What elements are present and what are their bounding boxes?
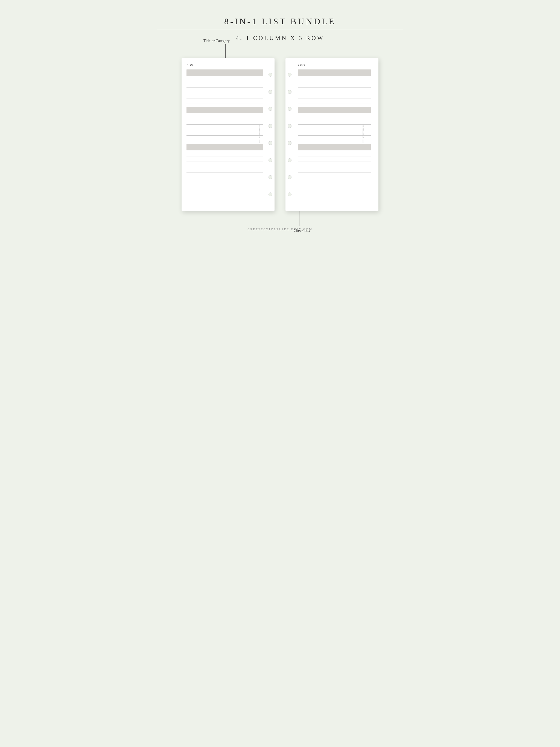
right-s1-line-3 (298, 87, 371, 93)
r-hole-8 (288, 192, 291, 196)
hole-5 (269, 141, 272, 145)
right-section-1-lines (298, 77, 371, 104)
left-section-3-lines (186, 151, 263, 178)
checkbox-col (298, 119, 304, 124)
right-s2-line-2 (298, 119, 371, 125)
right-s2-line-1 (298, 114, 371, 119)
left-s3-line-5 (186, 173, 263, 178)
right-planner-page: Lists. (285, 58, 378, 211)
right-section-2-header (298, 107, 371, 113)
checkbox-col (298, 156, 304, 162)
left-s2-line-2 (186, 119, 263, 125)
right-content-area: Lists. (290, 63, 375, 178)
hole-6 (269, 158, 272, 162)
checkbox-col (298, 130, 304, 135)
right-s3-line-3 (298, 162, 371, 168)
hole-7 (269, 175, 272, 179)
checkbox-col (298, 82, 304, 87)
left-content-area: Lists. (186, 63, 271, 178)
r-hole-5 (288, 141, 291, 145)
holes-right (269, 58, 272, 211)
checkbox-col (298, 98, 304, 104)
right-s3-line-4 (298, 168, 371, 173)
left-s2-line-3 (186, 125, 263, 130)
checkbox-col (298, 173, 304, 178)
right-s1-line-5 (298, 98, 371, 104)
left-s3-line-1 (186, 151, 263, 156)
hole-3 (269, 107, 272, 111)
left-page-wrapper: Title or Category Lists. (182, 58, 275, 211)
right-s1-line-2 (298, 82, 371, 87)
left-section-3 (186, 144, 263, 178)
left-section-2-lines (186, 114, 263, 141)
annotation-title-category: Title or Category (203, 39, 230, 43)
left-page-label: Lists. (186, 63, 263, 67)
r-hole-3 (288, 107, 291, 111)
main-title: 8-IN-1 LIST BUNDLE (224, 17, 336, 27)
r-hole-7 (288, 175, 291, 179)
right-s3-line-1 (298, 151, 371, 156)
checkbox-col (298, 93, 304, 98)
right-s2-line-5 (298, 136, 371, 141)
right-s1-line-1 (298, 77, 371, 82)
left-s1-line-4 (186, 93, 263, 98)
right-s2-line-3 (298, 125, 371, 130)
left-section-1-header (186, 70, 263, 76)
right-s2-line-4 (298, 130, 371, 136)
holes-left (288, 58, 291, 211)
checkbox-col (298, 77, 304, 82)
header-divider (157, 30, 403, 30)
left-watermark: CrEffectivePaper. (258, 126, 261, 144)
annotation-checkbox-label: Check box (294, 229, 310, 233)
right-section-2-lines (298, 114, 371, 141)
left-s3-line-4 (186, 168, 263, 173)
annotation-line-vertical (225, 44, 226, 58)
left-s1-line-2 (186, 82, 263, 87)
hole-2 (269, 90, 272, 94)
previews-container: Title or Category Lists. (157, 58, 403, 211)
hole-8 (269, 192, 272, 196)
left-section-2-header (186, 107, 263, 113)
right-section-1-header (298, 70, 371, 76)
right-s3-line-2 (298, 156, 371, 162)
left-section-2 (186, 107, 263, 141)
right-page-label: Lists. (298, 63, 371, 67)
checkbox-col (298, 162, 304, 167)
right-watermark: CrEffectivePaper. (362, 126, 364, 144)
left-section-3-header (186, 144, 263, 150)
left-s2-line-4 (186, 130, 263, 136)
left-s2-line-1 (186, 114, 263, 119)
checkbox-col (298, 114, 304, 119)
checkbox-col (298, 168, 304, 173)
right-s1-line-4 (298, 93, 371, 98)
left-planner-page: Lists. (182, 58, 275, 211)
left-section-1-lines (186, 77, 263, 104)
r-hole-4 (288, 124, 291, 128)
right-s3-line-5 (298, 173, 371, 178)
r-hole-6 (288, 158, 291, 162)
right-section-3-header (298, 144, 371, 150)
left-s1-line-3 (186, 87, 263, 93)
r-hole-1 (288, 73, 291, 77)
left-s2-line-5 (186, 136, 263, 141)
left-s1-line-1 (186, 77, 263, 82)
page-wrapper: 8-IN-1 LIST BUNDLE 4. 1 COLUMN X 3 ROW T… (157, 17, 403, 231)
checkbox-col (298, 125, 304, 130)
left-s3-line-3 (186, 162, 263, 168)
left-section-1 (186, 70, 263, 104)
right-page-wrapper: Check box Lists. (285, 58, 378, 211)
right-section-2 (298, 107, 371, 141)
r-hole-2 (288, 90, 291, 94)
left-s3-line-2 (186, 156, 263, 162)
right-section-1 (298, 70, 371, 104)
checkbox-col (298, 136, 304, 141)
left-s1-line-5 (186, 98, 263, 104)
hole-1 (269, 73, 272, 77)
right-section-3-lines (298, 151, 371, 178)
sub-title: 4. 1 COLUMN X 3 ROW (236, 34, 324, 42)
right-section-3 (298, 144, 371, 178)
checkbox-col (298, 151, 304, 156)
checkbox-col (298, 87, 304, 93)
hole-4 (269, 124, 272, 128)
